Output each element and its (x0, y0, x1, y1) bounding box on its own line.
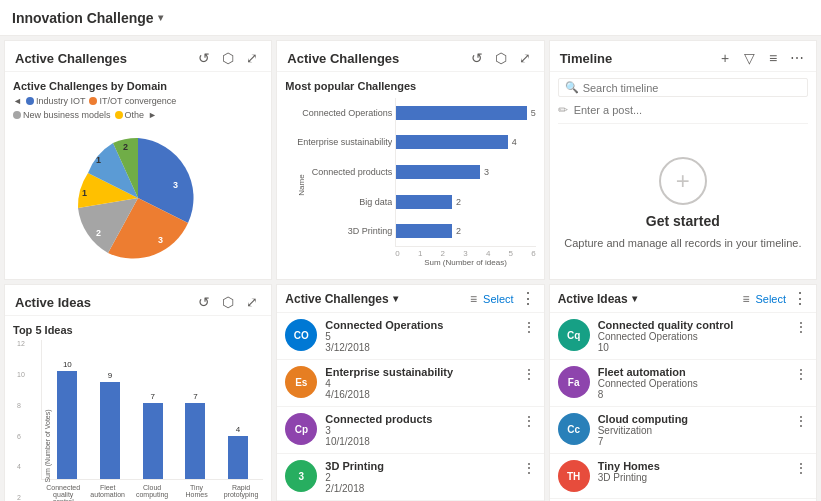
bar-fill-4 (396, 224, 452, 238)
challenges-list-chevron[interactable]: ▾ (393, 293, 398, 304)
bar-value-3: 2 (456, 197, 461, 207)
bar-rows: Connected Operations 5 Enterprise sustai… (395, 98, 535, 247)
legend-label-0: Industry IOT (36, 96, 86, 106)
timeline-search-input[interactable] (583, 82, 801, 94)
bar-row-3: Big data 2 (396, 192, 535, 212)
ideas-item-val-2: 7 (598, 436, 786, 447)
challenges-sort-icon[interactable]: ≡ (470, 292, 477, 306)
pie-expand-icon[interactable]: ⤢ (243, 49, 261, 67)
ideas-list-chevron[interactable]: ▾ (632, 293, 637, 304)
ideas-bar-val-2: 7 (150, 392, 154, 401)
bar-chart-card: Active Challenges ↺ ⬡ ⤢ Most popular Cha… (276, 40, 544, 280)
ideas-list-item-2: Cc Cloud computing Servitization 7 ⋮ (550, 407, 816, 454)
ideas-chart-wrapper: Sum (Number of Votes) 024681012 10 9 (13, 340, 263, 501)
timeline-search-box[interactable]: 🔍 (558, 78, 808, 97)
ideas-bar-card: Active Ideas ↺ ⬡ ⤢ Top 5 Ideas Sum (Numb… (4, 284, 272, 501)
bar-x-label: Sum (Number of ideas) (395, 258, 535, 267)
ideas-item-more-1[interactable]: ⋮ (794, 366, 808, 382)
ideas-more-icon[interactable]: ⋮ (792, 289, 808, 308)
bar-row-2: Connected products 3 (396, 162, 535, 182)
ideas-bar-body: Top 5 Ideas Sum (Number of Votes) 024681… (5, 316, 271, 501)
challenges-avatar-0: CO (285, 319, 317, 351)
timeline-title: Timeline (560, 51, 613, 66)
ideas-list-title: Active Ideas (558, 292, 628, 306)
ideas-avatar-0: Cq (558, 319, 590, 351)
ideas-refresh-icon[interactable]: ↺ (195, 293, 213, 311)
challenges-list-item-3: 3 3D Printing 2 2/1/2018 ⋮ (277, 454, 543, 501)
ideas-list-header: Active Ideas ▾ ≡ Select ⋮ (550, 285, 816, 313)
ideas-y-label: Sum (Number of Votes) (44, 409, 51, 482)
ideas-select-button[interactable]: Select (755, 293, 786, 305)
challenges-list-header-right: ≡ Select ⋮ (470, 289, 536, 308)
ideas-x-name-3: Tiny Homes (179, 484, 215, 501)
ideas-expand-icon[interactable]: ⤢ (243, 293, 261, 311)
challenges-list-card: Active Challenges ▾ ≡ Select ⋮ CO Connec… (276, 284, 544, 501)
pie-refresh-icon[interactable]: ↺ (195, 49, 213, 67)
bar-fill-3 (396, 195, 452, 209)
timeline-filter-icon[interactable]: ▽ (740, 49, 758, 67)
challenges-list-item-2: Cp Connected products 3 10/1/2018 ⋮ (277, 407, 543, 454)
ideas-bars: 10 9 7 7 4 (41, 340, 263, 480)
challenges-item-title-3: 3D Printing (325, 460, 513, 472)
bar-expand-icon[interactable]: ⤢ (516, 49, 534, 67)
app-title-container[interactable]: Innovation Challenge ▾ (12, 10, 163, 26)
pie-card-title: Active Challenges (15, 51, 127, 66)
challenges-item-content-1: Enterprise sustainability 4 4/16/2018 (325, 366, 513, 400)
ideas-item-content-0: Connected quality control Connected Oper… (598, 319, 786, 353)
legend-dot-1 (89, 97, 97, 105)
timeline-post-area[interactable]: ✏ (558, 103, 808, 124)
ideas-list-title-area: Active Ideas ▾ (558, 292, 637, 306)
ideas-bar-val-0: 10 (63, 360, 72, 369)
ideas-x-name-0: Connected quality control (45, 484, 81, 501)
bar-refresh-icon[interactable]: ↺ (468, 49, 486, 67)
timeline-more-icon[interactable]: ⋯ (788, 49, 806, 67)
pie-export-icon[interactable]: ⬡ (219, 49, 237, 67)
bar-fill-0 (396, 106, 526, 120)
svg-text:3: 3 (173, 180, 178, 190)
ideas-item-more-3[interactable]: ⋮ (794, 460, 808, 476)
challenges-item-date-2: 10/1/2018 (325, 436, 513, 447)
bar-export-icon[interactable]: ⬡ (492, 49, 510, 67)
bar-label-1: Enterprise sustainability (292, 137, 392, 147)
challenges-item-title-2: Connected products (325, 413, 513, 425)
ideas-bar-subtitle: Top 5 Ideas (13, 324, 263, 336)
challenges-item-more-2[interactable]: ⋮ (522, 413, 536, 429)
challenges-item-more-1[interactable]: ⋮ (522, 366, 536, 382)
timeline-view-icon[interactable]: ≡ (764, 49, 782, 67)
challenges-item-date-0: 3/12/2018 (325, 342, 513, 353)
top-bar: Innovation Challenge ▾ (0, 0, 821, 36)
ideas-bar-rect-0 (57, 371, 77, 479)
challenges-item-more-0[interactable]: ⋮ (522, 319, 536, 335)
ideas-export-icon[interactable]: ⬡ (219, 293, 237, 311)
ideas-item-title-3: Tiny Homes (598, 460, 786, 472)
ideas-item-sub-3: 3D Printing (598, 472, 786, 483)
pie-area: 3 3 2 1 1 2 (13, 124, 263, 271)
challenges-more-icon[interactable]: ⋮ (520, 289, 536, 308)
challenges-item-content-2: Connected products 3 10/1/2018 (325, 413, 513, 447)
ideas-avatar-1: Fa (558, 366, 590, 398)
challenges-item-more-3[interactable]: ⋮ (522, 460, 536, 476)
ideas-item-val-0: 10 (598, 342, 786, 353)
ideas-item-content-3: Tiny Homes 3D Printing (598, 460, 786, 483)
bar-card-actions: ↺ ⬡ ⤢ (468, 49, 534, 67)
challenges-item-sub-3: 2 (325, 472, 513, 483)
ideas-item-more-0[interactable]: ⋮ (794, 319, 808, 335)
legend-item-1: IT/OT convergence (89, 96, 176, 106)
ideas-x-name-2: Cloud computing (134, 484, 170, 501)
pie-chart-card: Active Challenges ↺ ⬡ ⤢ Active Challenge… (4, 40, 272, 280)
timeline-header: Timeline + ▽ ≡ ⋯ (550, 41, 816, 72)
challenges-select-button[interactable]: Select (483, 293, 514, 305)
challenges-item-title-0: Connected Operations (325, 319, 513, 331)
bar-card-title: Active Challenges (287, 51, 399, 66)
ideas-sort-icon[interactable]: ≡ (742, 292, 749, 306)
ideas-item-more-2[interactable]: ⋮ (794, 413, 808, 429)
bar-value-1: 4 (512, 137, 517, 147)
svg-text:2: 2 (123, 142, 128, 152)
legend-item-3: Othe (115, 110, 145, 120)
bar-value-0: 5 (531, 108, 536, 118)
ideas-avatar-3: TH (558, 460, 590, 492)
timeline-add-icon[interactable]: + (716, 49, 734, 67)
challenges-list-header: Active Challenges ▾ ≡ Select ⋮ (277, 285, 543, 313)
timeline-post-input[interactable] (574, 104, 808, 116)
ideas-x-name-1: Fleet automation (90, 484, 126, 501)
